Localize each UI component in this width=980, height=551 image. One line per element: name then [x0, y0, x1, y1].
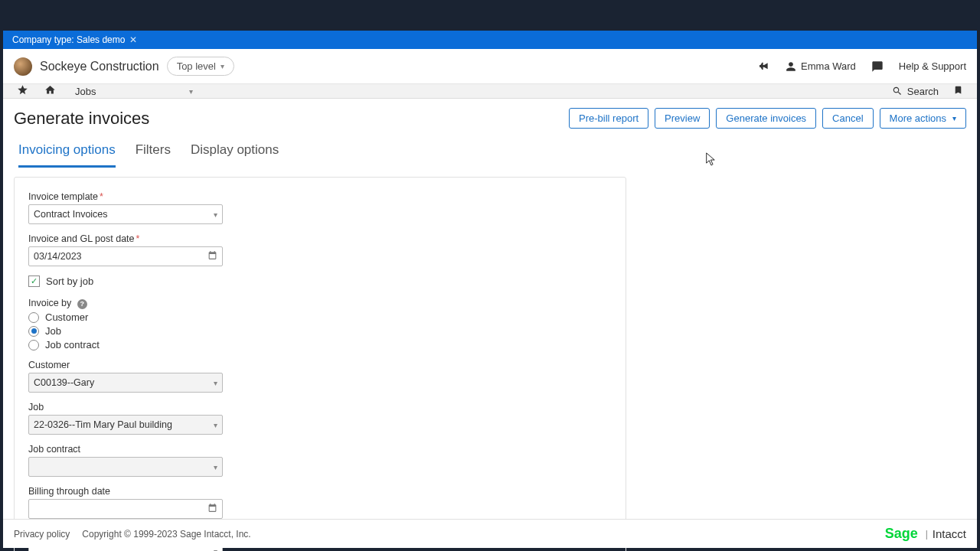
- entity-level-label: Top level: [177, 60, 216, 72]
- module-selector[interactable]: Jobs ▾: [69, 86, 199, 97]
- page-header: Generate invoices Pre-bill report Previe…: [3, 99, 977, 135]
- company-logo-icon: [14, 57, 32, 76]
- home-icon[interactable]: [41, 84, 58, 98]
- tab-display-options[interactable]: Display options: [191, 138, 279, 168]
- preview-button[interactable]: Preview: [655, 108, 710, 129]
- chevron-down-icon: ▾: [214, 379, 217, 387]
- generate-invoices-button[interactable]: Generate invoices: [716, 108, 816, 129]
- privacy-policy-link[interactable]: Privacy policy: [14, 529, 70, 540]
- bookmark-icon[interactable]: [949, 84, 966, 98]
- search-button[interactable]: Search: [892, 86, 939, 97]
- user-menu[interactable]: Emma Ward: [786, 60, 856, 72]
- job-contract-label: Job contract: [28, 444, 612, 455]
- chevron-down-icon: ▾: [214, 421, 217, 429]
- user-name: Emma Ward: [801, 60, 856, 72]
- company-type-banner: Company type: Sales demo ✕: [3, 31, 977, 49]
- navbar: Jobs ▾ Search: [3, 84, 977, 99]
- invoice-by-customer-radio[interactable]: Customer: [28, 311, 612, 323]
- radio-icon: [28, 340, 39, 350]
- announcements-icon[interactable]: [758, 60, 770, 73]
- tab-invoicing-options[interactable]: Invoicing options: [18, 138, 116, 168]
- copyright-text: Copyright © 1999-2023 Sage Intacct, Inc.: [82, 529, 250, 540]
- footer: Privacy policy Copyright © 1999-2023 Sag…: [3, 519, 977, 548]
- entity-level-selector[interactable]: Top level ▾: [167, 57, 234, 76]
- chevron-down-icon: ▾: [214, 210, 217, 219]
- job-select[interactable]: 22-0326--Tim Mary Paul building ▾: [28, 415, 223, 435]
- company-name: Sockeye Construction: [40, 60, 159, 73]
- cancel-button[interactable]: Cancel: [822, 108, 873, 129]
- chevron-down-icon: ▾: [220, 62, 224, 70]
- invoice-by-job-radio[interactable]: Job: [28, 325, 612, 337]
- billing-through-input[interactable]: [28, 499, 223, 519]
- sage-logo: Sage: [885, 526, 918, 542]
- job-label: Job: [28, 402, 612, 412]
- pre-bill-report-button[interactable]: Pre-bill report: [569, 108, 648, 129]
- invoice-by-label: Invoice by ?: [28, 298, 612, 309]
- banner-text: Company type: Sales demo: [12, 34, 125, 45]
- invoice-by-job-contract-radio[interactable]: Job contract: [28, 339, 612, 350]
- chat-icon[interactable]: [871, 60, 884, 73]
- chevron-down-icon: ▾: [214, 463, 217, 471]
- page-title: Generate invoices: [14, 109, 149, 129]
- invoice-template-label: Invoice template*: [28, 191, 612, 202]
- chevron-down-icon: ▾: [189, 87, 193, 96]
- chevron-down-icon: ▾: [952, 114, 956, 122]
- tabs: Invoicing options Filters Display option…: [3, 135, 977, 168]
- post-date-input[interactable]: 03/14/2023: [28, 246, 223, 266]
- calendar-icon[interactable]: [207, 250, 217, 262]
- help-icon[interactable]: ?: [77, 299, 87, 309]
- banner-close-icon[interactable]: ✕: [129, 34, 137, 45]
- invoicing-options-form: Invoice template* Contract Invoices ▾ In…: [14, 177, 626, 551]
- topbar: Sockeye Construction Top level ▾ Emma Wa…: [3, 49, 977, 84]
- customer-label: Customer: [28, 360, 612, 370]
- invoice-template-select[interactable]: Contract Invoices ▾: [28, 204, 223, 224]
- customer-select[interactable]: C00139--Gary ▾: [28, 373, 223, 393]
- sort-by-job-checkbox[interactable]: ✓ Sort by job: [28, 276, 612, 287]
- module-label: Jobs: [75, 86, 96, 97]
- billing-through-label: Billing through date: [28, 486, 612, 497]
- checkbox-icon: ✓: [28, 276, 40, 287]
- post-date-label: Invoice and GL post date*: [28, 233, 612, 244]
- intacct-logo: Intacct: [933, 527, 966, 540]
- help-support-link[interactable]: Help & Support: [899, 60, 966, 72]
- radio-icon: [28, 326, 39, 337]
- job-contract-select[interactable]: ▾: [28, 457, 223, 477]
- tab-filters[interactable]: Filters: [136, 138, 171, 168]
- calendar-icon[interactable]: [207, 503, 217, 515]
- more-actions-button[interactable]: More actions▾: [880, 108, 966, 129]
- radio-icon: [28, 312, 39, 323]
- favorites-icon[interactable]: [14, 84, 31, 98]
